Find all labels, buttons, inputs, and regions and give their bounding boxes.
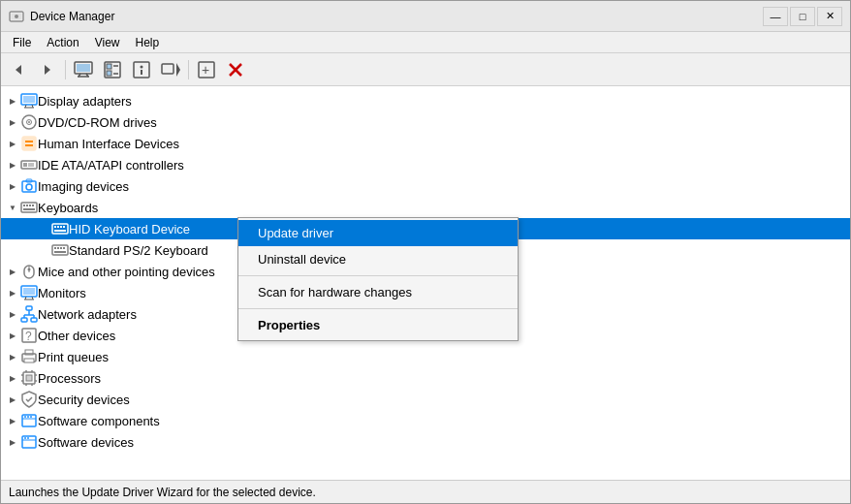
icon-dvd bbox=[20, 113, 38, 131]
svg-point-95 bbox=[30, 416, 32, 418]
svg-rect-71 bbox=[31, 318, 37, 322]
properties-button[interactable] bbox=[99, 57, 126, 82]
status-text: Launches the Update Driver Wizard for th… bbox=[9, 486, 316, 499]
menu-bar: File Action View Help bbox=[1, 32, 850, 53]
svg-point-98 bbox=[24, 437, 26, 439]
close-button[interactable]: ✕ bbox=[817, 7, 842, 26]
label-display-adapters: Display adapters bbox=[38, 94, 132, 109]
svg-point-41 bbox=[26, 184, 32, 190]
svg-rect-58 bbox=[60, 247, 62, 249]
menu-help[interactable]: Help bbox=[128, 34, 168, 51]
label-ps2-keyboard: Standard PS/2 Keyboard bbox=[69, 243, 208, 258]
expand-software-devices[interactable] bbox=[5, 434, 20, 450]
svg-rect-55 bbox=[52, 245, 68, 255]
tree-item-security[interactable]: Security devices bbox=[1, 389, 850, 410]
tree-item-print[interactable]: Print queues bbox=[1, 346, 850, 367]
svg-point-63 bbox=[28, 268, 31, 271]
expand-other[interactable] bbox=[5, 328, 20, 343]
tree-item-software-devices[interactable]: Software devices bbox=[1, 431, 850, 453]
svg-rect-60 bbox=[54, 251, 66, 253]
expand-mice[interactable] bbox=[5, 264, 20, 279]
context-menu-properties[interactable]: Properties bbox=[238, 312, 518, 338]
icon-print bbox=[20, 348, 38, 365]
tree-item-dvd[interactable]: DVD/CD-ROM drives bbox=[1, 111, 850, 133]
svg-rect-65 bbox=[23, 288, 35, 295]
label-hid: Human Interface Devices bbox=[38, 137, 179, 151]
svg-point-2 bbox=[15, 15, 18, 18]
tree-item-ide[interactable]: IDE ATA/ATAPI controllers bbox=[1, 154, 850, 175]
svg-rect-56 bbox=[54, 247, 56, 249]
back-button[interactable] bbox=[5, 57, 32, 82]
tree-item-processors[interactable]: Processors bbox=[1, 367, 850, 389]
svg-rect-51 bbox=[57, 226, 59, 228]
svg-rect-48 bbox=[23, 208, 35, 210]
expand-software-components[interactable] bbox=[5, 413, 20, 428]
svg-rect-54 bbox=[54, 230, 66, 232]
toolbar-sep-2 bbox=[188, 60, 189, 79]
add-button[interactable]: + bbox=[193, 57, 220, 82]
expand-processors[interactable] bbox=[5, 370, 20, 386]
tree-item-imaging[interactable]: Imaging devices bbox=[1, 175, 850, 197]
label-imaging: Imaging devices bbox=[38, 179, 129, 194]
status-bar: Launches the Update Driver Wizard for th… bbox=[1, 480, 850, 503]
update-button[interactable] bbox=[157, 57, 184, 82]
tree-item-keyboards[interactable]: Keyboards bbox=[1, 197, 850, 218]
icon-network bbox=[20, 305, 38, 323]
expand-keyboards[interactable] bbox=[5, 200, 20, 215]
forward-button[interactable] bbox=[34, 57, 61, 82]
svg-rect-45 bbox=[26, 205, 28, 206]
svg-point-16 bbox=[141, 65, 143, 68]
label-other: Other devices bbox=[38, 329, 115, 343]
svg-rect-6 bbox=[77, 64, 90, 72]
expand-hid[interactable] bbox=[5, 136, 20, 151]
expand-monitors[interactable] bbox=[5, 285, 20, 300]
svg-rect-46 bbox=[29, 205, 31, 206]
label-network: Network adapters bbox=[38, 307, 137, 322]
label-keyboards: Keyboards bbox=[38, 201, 98, 215]
svg-marker-4 bbox=[45, 65, 50, 75]
icon-mice bbox=[20, 263, 38, 280]
svg-rect-82 bbox=[26, 375, 32, 381]
minimize-button[interactable]: — bbox=[763, 7, 788, 26]
svg-point-99 bbox=[27, 437, 29, 439]
expand-dvd[interactable] bbox=[5, 114, 20, 130]
computer-button[interactable] bbox=[70, 57, 97, 82]
tree-item-hid[interactable]: Human Interface Devices bbox=[1, 133, 850, 154]
menu-action[interactable]: Action bbox=[39, 34, 86, 51]
icon-ide bbox=[20, 156, 38, 173]
expand-imaging[interactable] bbox=[5, 178, 20, 194]
expand-network[interactable] bbox=[5, 306, 20, 322]
tree-item-display-adapters[interactable]: Display adapters bbox=[1, 90, 850, 111]
context-menu-separator bbox=[238, 275, 518, 276]
svg-rect-53 bbox=[63, 226, 65, 228]
expand-print[interactable] bbox=[5, 349, 20, 364]
info-button[interactable] bbox=[128, 57, 155, 82]
svg-rect-32 bbox=[22, 137, 36, 150]
icon-monitors bbox=[20, 284, 38, 301]
label-ide: IDE ATA/ATAPI controllers bbox=[38, 158, 184, 173]
tree-item-software-components[interactable]: Software components bbox=[1, 410, 850, 431]
expand-security[interactable] bbox=[5, 392, 20, 407]
context-menu-update-driver[interactable]: Update driver bbox=[238, 220, 518, 246]
svg-rect-70 bbox=[21, 318, 27, 322]
toolbar-sep-1 bbox=[65, 60, 66, 79]
expand-ide[interactable] bbox=[5, 157, 20, 173]
svg-rect-12 bbox=[107, 71, 111, 76]
context-menu-scan[interactable]: Scan for hardware changes bbox=[238, 279, 518, 305]
context-menu: Update driver Uninstall device Scan for … bbox=[237, 217, 519, 341]
maximize-button[interactable]: □ bbox=[790, 7, 815, 26]
context-menu-uninstall[interactable]: Uninstall device bbox=[238, 246, 518, 272]
svg-point-31 bbox=[28, 121, 30, 123]
expand-display-adapters[interactable] bbox=[5, 93, 20, 109]
menu-file[interactable]: File bbox=[5, 34, 39, 51]
svg-rect-33 bbox=[25, 141, 33, 142]
remove-button[interactable] bbox=[222, 57, 249, 82]
svg-marker-19 bbox=[176, 63, 180, 77]
icon-ps2-keyboard bbox=[51, 241, 69, 259]
label-hid-keyboard: HID Keyboard Device bbox=[69, 222, 190, 236]
svg-rect-57 bbox=[57, 247, 59, 249]
menu-view[interactable]: View bbox=[87, 34, 128, 51]
content-area: Display adapters DVD/CD-ROM drives bbox=[1, 86, 850, 480]
svg-rect-69 bbox=[26, 306, 32, 310]
window-title: Device Manager bbox=[30, 10, 763, 23]
